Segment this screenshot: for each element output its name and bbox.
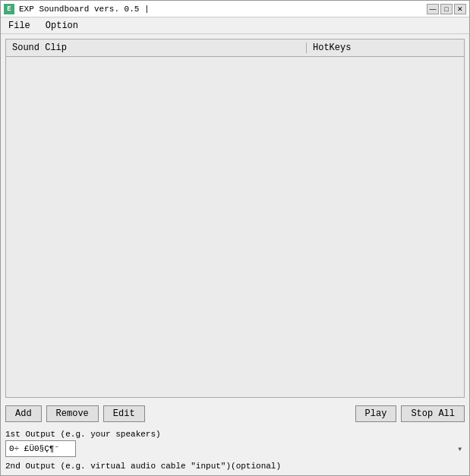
- app-icon: E: [4, 4, 14, 14]
- output1-select-wrapper: 0÷ £Ü0§Ç¶⁻: [5, 440, 465, 457]
- column-sound-clip: Sound Clip: [12, 43, 306, 53]
- stop-all-button[interactable]: Stop All: [401, 405, 465, 422]
- output2-label: 2nd Output (e.g. virtual audio cable "in…: [5, 462, 465, 471]
- play-button[interactable]: Play: [355, 405, 397, 422]
- menu-option[interactable]: Option: [41, 19, 83, 33]
- column-hotkeys: HotKeys: [306, 43, 458, 53]
- maximize-button[interactable]: □: [440, 4, 453, 14]
- menu-file[interactable]: File: [4, 19, 35, 33]
- table-header: Sound Clip HotKeys: [6, 39, 464, 57]
- output1-select[interactable]: 0÷ £Ü0§Ç¶⁻: [5, 440, 76, 457]
- title-bar: E EXP Soundboard vers. 0.5 | — □ ✕: [1, 1, 469, 17]
- app-window: E EXP Soundboard vers. 0.5 | — □ ✕ File …: [0, 0, 470, 476]
- sound-clip-table: Sound Clip HotKeys: [5, 39, 465, 398]
- table-body: [6, 57, 464, 397]
- minimize-button[interactable]: —: [427, 4, 439, 14]
- output2-section: 2nd Output (e.g. virtual audio cable "in…: [5, 462, 465, 471]
- remove-button[interactable]: Remove: [46, 405, 99, 422]
- main-content: Sound Clip HotKeys Add Remove Edit Play …: [1, 34, 469, 475]
- title-bar-controls: — □ ✕: [427, 4, 466, 14]
- add-button[interactable]: Add: [5, 405, 42, 422]
- title-bar-left: E EXP Soundboard vers. 0.5 |: [4, 4, 150, 14]
- menu-bar: File Option: [1, 17, 469, 34]
- edit-button[interactable]: Edit: [103, 405, 145, 422]
- output1-label: 1st Output (e.g. your speakers): [5, 430, 465, 439]
- output1-section: 1st Output (e.g. your speakers) 0÷ £Ü0§Ç…: [5, 430, 465, 457]
- bottom-controls: Add Remove Edit Play Stop All: [5, 402, 465, 425]
- title-bar-text: EXP Soundboard vers. 0.5 |: [19, 5, 150, 14]
- close-button[interactable]: ✕: [454, 4, 466, 14]
